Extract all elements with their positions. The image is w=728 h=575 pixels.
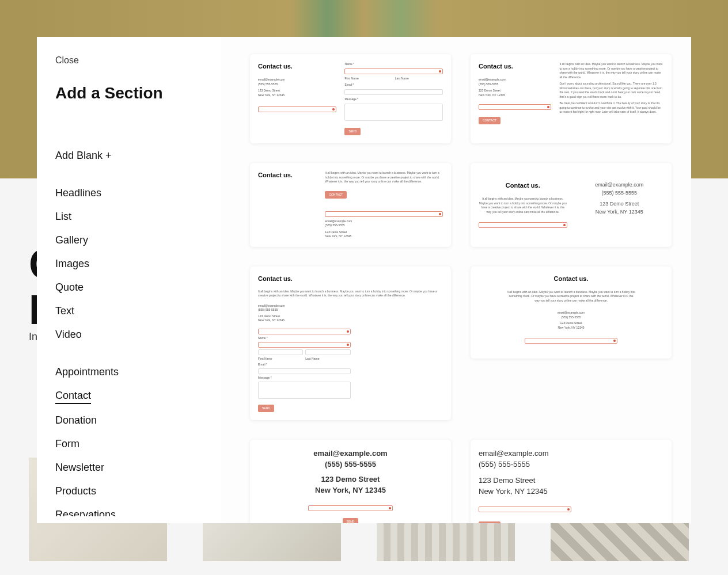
close-button[interactable]: Close	[55, 55, 221, 66]
mini-input	[344, 68, 443, 74]
category-quote[interactable]: Quote	[55, 277, 84, 298]
sidebar-scroll[interactable]: Add Blank + Headlines List Gallery Image…	[55, 145, 221, 516]
mini-input	[258, 106, 336, 112]
template-contact-text-left[interactable]: Contact us. It all begins with an idea. …	[250, 163, 451, 247]
category-products[interactable]: Products	[55, 481, 96, 502]
add-section-modal: Close Add a Section Add Blank + Headline…	[37, 37, 691, 523]
category-gallery[interactable]: Gallery	[55, 230, 88, 251]
category-text[interactable]: Text	[55, 300, 74, 322]
category-video[interactable]: Video	[55, 324, 82, 345]
category-reservations[interactable]: Reservations	[55, 504, 116, 516]
template-contact-text-side[interactable]: Contact us. email@example.com (555) 555-…	[471, 54, 672, 143]
template-contact-large-centered[interactable]: email@example.com (555) 555-5555 123 Dem…	[250, 440, 451, 523]
template-contact-stacked-form[interactable]: Contact us. It all begins with an idea. …	[250, 266, 451, 420]
contact-info: email@example.com (555) 555-5555 123 Dem…	[258, 78, 336, 97]
template-contact-large-left[interactable]: email@example.com (555) 555-5555 123 Dem…	[471, 440, 672, 523]
category-headlines[interactable]: Headlines	[55, 182, 101, 204]
card-title: Contact us.	[258, 62, 336, 71]
send-button: SEND	[344, 128, 361, 135]
background-subtext: In	[29, 331, 37, 343]
mini-label: Name *	[344, 62, 443, 66]
category-appointments[interactable]: Appointments	[55, 361, 119, 383]
section-templates-grid[interactable]: Contact us. email@example.com (555) 555-…	[221, 37, 691, 523]
category-list[interactable]: List	[55, 206, 71, 227]
category-contact[interactable]: Contact	[55, 385, 91, 404]
sidebar: Close Add a Section Add Blank + Headline…	[37, 37, 221, 523]
contact-button: CONTACT	[479, 117, 500, 124]
category-group-basic: Headlines List Gallery Images Quote Text…	[55, 182, 221, 345]
template-contact-centered[interactable]: Contact us. It all begins with an idea. …	[471, 266, 672, 359]
template-contact-centered-two-col[interactable]: Contact us. It all begins with an idea. …	[471, 163, 672, 247]
category-newsletter[interactable]: Newsletter	[55, 457, 104, 478]
template-contact-form-side[interactable]: Contact us. email@example.com (555) 555-…	[250, 54, 451, 143]
add-blank-button[interactable]: Add Blank +	[55, 145, 112, 166]
category-group-commerce: Appointments Contact Donation Form Newsl…	[55, 361, 221, 516]
panel-title: Add a Section	[55, 84, 221, 102]
category-form[interactable]: Form	[55, 433, 79, 455]
category-images[interactable]: Images	[55, 253, 89, 275]
category-donation[interactable]: Donation	[55, 410, 97, 431]
